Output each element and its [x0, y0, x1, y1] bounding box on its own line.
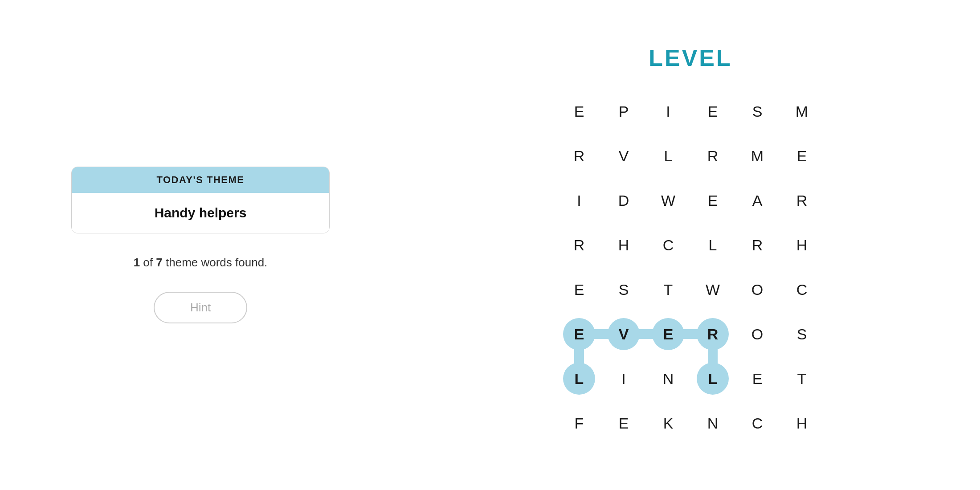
grid-cell[interactable]: L — [557, 356, 601, 401]
grid-cell[interactable]: E — [557, 89, 601, 134]
grid-cell[interactable]: E — [601, 401, 646, 445]
grid-cell[interactable]: R — [690, 134, 735, 178]
grid-cell[interactable]: I — [646, 89, 690, 134]
grid-wrapper: EPIESMRVLRMEIDWEARRHCLRHESTWOCEVEROSLINL… — [557, 89, 824, 445]
grid-cell[interactable]: R — [557, 223, 601, 267]
grid-cell[interactable]: M — [780, 89, 824, 134]
grid-cell[interactable]: E — [780, 134, 824, 178]
grid-cell[interactable]: C — [780, 267, 824, 312]
grid-cell[interactable]: E — [646, 312, 690, 356]
grid-cell[interactable]: T — [646, 267, 690, 312]
grid-cell[interactable]: P — [601, 89, 646, 134]
theme-card-header: TODAY'S THEME — [72, 167, 329, 193]
grid-cell[interactable]: R — [735, 223, 780, 267]
grid-cell[interactable]: L — [690, 223, 735, 267]
grid-cell[interactable]: M — [735, 134, 780, 178]
grid: EPIESMRVLRMEIDWEARRHCLRHESTWOCEVEROSLINL… — [557, 89, 824, 445]
grid-cell[interactable]: S — [601, 267, 646, 312]
grid-cell[interactable]: S — [735, 89, 780, 134]
grid-cell[interactable]: F — [557, 401, 601, 445]
grid-cell[interactable]: A — [735, 178, 780, 223]
grid-cell[interactable]: K — [646, 401, 690, 445]
grid-cell[interactable]: I — [601, 356, 646, 401]
words-found-count: 1 — [134, 256, 140, 269]
grid-cell[interactable]: L — [690, 356, 735, 401]
grid-cell[interactable]: E — [690, 89, 735, 134]
grid-cell[interactable]: H — [780, 401, 824, 445]
left-panel: TODAY'S THEME Handy helpers 1 of 7 theme… — [0, 140, 401, 350]
grid-cell[interactable]: H — [601, 223, 646, 267]
highlighted-cell[interactable]: R — [697, 318, 729, 350]
highlighted-cell[interactable]: L — [563, 363, 595, 395]
grid-cell[interactable]: E — [557, 312, 601, 356]
grid-cell[interactable]: C — [735, 401, 780, 445]
page-container: TODAY'S THEME Handy helpers 1 of 7 theme… — [0, 0, 980, 490]
grid-cell[interactable]: E — [735, 356, 780, 401]
highlighted-cell[interactable]: L — [697, 363, 729, 395]
grid-cell[interactable]: S — [780, 312, 824, 356]
theme-card: TODAY'S THEME Handy helpers — [71, 167, 330, 233]
highlighted-cell[interactable]: E — [652, 318, 684, 350]
grid-cell[interactable]: V — [601, 312, 646, 356]
grid-cell[interactable]: R — [690, 312, 735, 356]
grid-cell[interactable]: O — [735, 267, 780, 312]
hint-button[interactable]: Hint — [154, 292, 247, 323]
grid-cell[interactable]: D — [601, 178, 646, 223]
grid-cell[interactable]: E — [557, 267, 601, 312]
highlighted-cell[interactable]: V — [608, 318, 640, 350]
grid-cell[interactable]: T — [780, 356, 824, 401]
grid-cell[interactable]: N — [646, 356, 690, 401]
words-found-suffix: theme words found. — [166, 256, 267, 269]
grid-cell[interactable]: H — [780, 223, 824, 267]
words-found-total: 7 — [156, 256, 162, 269]
right-panel: LEVEL EPIESMRVLRMEIDWEARRHCLRHESTWOCEVER… — [401, 27, 980, 463]
grid-cell[interactable]: R — [780, 178, 824, 223]
words-found-of: of — [143, 256, 153, 269]
level-title: LEVEL — [649, 45, 732, 71]
words-found-text: 1 of 7 theme words found. — [134, 256, 268, 270]
grid-cell[interactable]: I — [557, 178, 601, 223]
grid-cell[interactable]: W — [646, 178, 690, 223]
grid-cell[interactable]: E — [690, 178, 735, 223]
grid-cell[interactable]: L — [646, 134, 690, 178]
highlighted-cell[interactable]: E — [563, 318, 595, 350]
grid-cell[interactable]: C — [646, 223, 690, 267]
grid-cell[interactable]: N — [690, 401, 735, 445]
grid-cell[interactable]: O — [735, 312, 780, 356]
grid-cell[interactable]: R — [557, 134, 601, 178]
grid-cell[interactable]: W — [690, 267, 735, 312]
theme-card-body: Handy helpers — [72, 193, 329, 233]
grid-cell[interactable]: V — [601, 134, 646, 178]
